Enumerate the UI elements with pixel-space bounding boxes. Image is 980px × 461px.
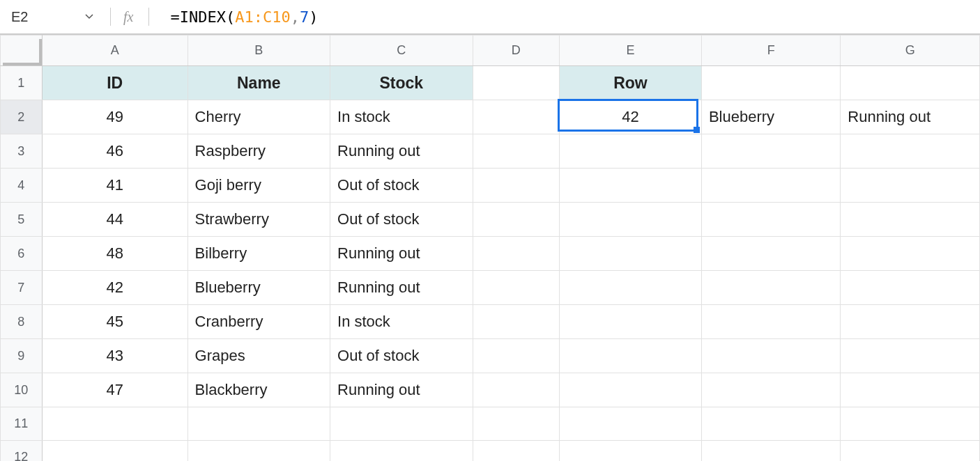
cell-F2[interactable]: Blueberry — [701, 100, 840, 134]
cell-G2[interactable]: Running out — [841, 100, 980, 134]
cell-E4[interactable] — [559, 169, 701, 203]
cell-A10[interactable]: 47 — [42, 373, 187, 407]
cell-B12[interactable] — [187, 441, 330, 462]
cell-D10[interactable] — [473, 373, 559, 407]
cell-A3[interactable]: 46 — [42, 134, 187, 169]
cell-D12[interactable] — [473, 441, 559, 462]
cell-E1[interactable]: Row — [559, 66, 701, 100]
cell-E11[interactable] — [559, 407, 701, 441]
row-header-2[interactable]: 2 — [1, 100, 43, 134]
column-header-A[interactable]: A — [42, 36, 187, 66]
column-header-D[interactable]: D — [473, 36, 559, 66]
cell-F9[interactable] — [701, 339, 840, 373]
cell-A7[interactable]: 42 — [42, 271, 187, 305]
cell-F11[interactable] — [701, 407, 840, 441]
cell-C12[interactable] — [330, 441, 473, 462]
cell-D3[interactable] — [473, 134, 559, 169]
select-all-corner[interactable] — [1, 36, 43, 66]
cell-C8[interactable]: In stock — [330, 305, 473, 339]
cell-C6[interactable]: Running out — [330, 237, 473, 271]
cell-C9[interactable]: Out of stock — [330, 339, 473, 373]
cell-E5[interactable] — [559, 203, 701, 237]
column-header-G[interactable]: G — [841, 36, 980, 66]
formula-input[interactable]: =INDEX(A1:C10, 7) — [170, 8, 318, 26]
cell-F12[interactable] — [701, 441, 840, 462]
cell-E12[interactable] — [559, 441, 701, 462]
cell-D2[interactable] — [473, 100, 559, 134]
cell-F3[interactable] — [701, 134, 840, 169]
cell-G5[interactable] — [841, 203, 980, 237]
cell-D8[interactable] — [473, 305, 559, 339]
cell-C10[interactable]: Running out — [330, 373, 473, 407]
cell-G10[interactable] — [841, 373, 980, 407]
cell-B6[interactable]: Bilberry — [187, 237, 330, 271]
row-header-8[interactable]: 8 — [1, 305, 43, 339]
spreadsheet-grid[interactable]: A B C D E F G 1 ID Name Stock Row 2 — [0, 35, 980, 461]
cell-D1[interactable] — [473, 66, 559, 100]
cell-B3[interactable]: Raspberry — [187, 134, 330, 169]
column-header-C[interactable]: C — [330, 36, 473, 66]
cell-F10[interactable] — [701, 373, 840, 407]
cell-C1[interactable]: Stock — [330, 66, 473, 100]
cell-F5[interactable] — [701, 203, 840, 237]
cell-B4[interactable]: Goji berry — [187, 169, 330, 203]
cell-G11[interactable] — [841, 407, 980, 441]
cell-G8[interactable] — [841, 305, 980, 339]
cell-D6[interactable] — [473, 237, 559, 271]
cell-E8[interactable] — [559, 305, 701, 339]
cell-A9[interactable]: 43 — [42, 339, 187, 373]
cell-D7[interactable] — [473, 271, 559, 305]
cell-G1[interactable] — [841, 66, 980, 100]
cell-C11[interactable] — [330, 407, 473, 441]
cell-A6[interactable]: 48 — [42, 237, 187, 271]
cell-G9[interactable] — [841, 339, 980, 373]
cell-B2[interactable]: Cherry — [187, 100, 330, 134]
row-header-10[interactable]: 10 — [1, 373, 43, 407]
cell-A11[interactable] — [42, 407, 187, 441]
column-header-F[interactable]: F — [701, 36, 840, 66]
cell-F6[interactable] — [701, 237, 840, 271]
cell-D5[interactable] — [473, 203, 559, 237]
cell-F8[interactable] — [701, 305, 840, 339]
row-header-3[interactable]: 3 — [1, 134, 43, 169]
row-header-1[interactable]: 1 — [1, 66, 43, 100]
cell-D9[interactable] — [473, 339, 559, 373]
cell-C2[interactable]: In stock — [330, 100, 473, 134]
row-header-9[interactable]: 9 — [1, 339, 43, 373]
cell-B5[interactable]: Strawberry — [187, 203, 330, 237]
cell-G3[interactable] — [841, 134, 980, 169]
cell-B10[interactable]: Blackberry — [187, 373, 330, 407]
cell-C5[interactable]: Out of stock — [330, 203, 473, 237]
cell-E2[interactable]: 42 — [559, 100, 701, 134]
cell-C7[interactable]: Running out — [330, 271, 473, 305]
cell-G4[interactable] — [841, 169, 980, 203]
column-header-B[interactable]: B — [187, 36, 330, 66]
cell-E9[interactable] — [559, 339, 701, 373]
row-header-11[interactable]: 11 — [1, 407, 43, 441]
cell-B8[interactable]: Cranberry — [187, 305, 330, 339]
column-header-E[interactable]: E — [559, 36, 701, 66]
cell-B1[interactable]: Name — [187, 66, 330, 100]
cell-C3[interactable]: Running out — [330, 134, 473, 169]
name-box[interactable]: E2 — [8, 9, 85, 25]
cell-B9[interactable]: Grapes — [187, 339, 330, 373]
row-header-5[interactable]: 5 — [1, 203, 43, 237]
cell-B7[interactable]: Blueberry — [187, 271, 330, 305]
cell-G7[interactable] — [841, 271, 980, 305]
cell-D4[interactable] — [473, 169, 559, 203]
name-box-dropdown-icon[interactable] — [85, 14, 93, 19]
cell-G12[interactable] — [841, 441, 980, 462]
cell-A8[interactable]: 45 — [42, 305, 187, 339]
row-header-12[interactable]: 12 — [1, 441, 43, 462]
cell-D11[interactable] — [473, 407, 559, 441]
cell-F4[interactable] — [701, 169, 840, 203]
cell-F7[interactable] — [701, 271, 840, 305]
cell-A5[interactable]: 44 — [42, 203, 187, 237]
row-header-6[interactable]: 6 — [1, 237, 43, 271]
cell-A12[interactable] — [42, 441, 187, 462]
cell-A1[interactable]: ID — [42, 66, 187, 100]
cell-E3[interactable] — [559, 134, 701, 169]
row-header-7[interactable]: 7 — [1, 271, 43, 305]
cell-G6[interactable] — [841, 237, 980, 271]
cell-A4[interactable]: 41 — [42, 169, 187, 203]
